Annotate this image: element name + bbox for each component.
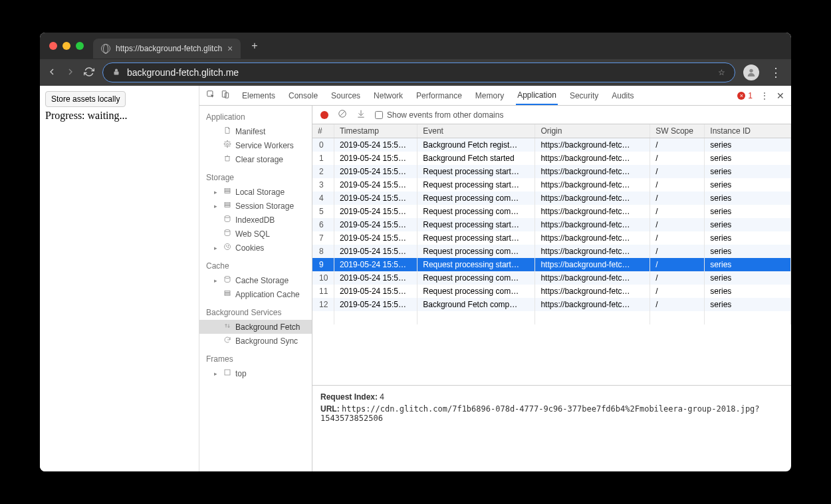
cell: / (650, 191, 705, 205)
close-tab-icon[interactable]: × (227, 43, 233, 54)
sidebar-item-top[interactable]: ▸top (199, 366, 312, 380)
cell: Request processing start… (417, 178, 535, 191)
table-row[interactable]: 52019-05-24 15:5…Request processing com…… (312, 205, 791, 218)
sidebar-item-local-storage[interactable]: ▸Local Storage (199, 185, 312, 199)
devtools-tab-elements[interactable]: Elements (241, 86, 277, 105)
devtools-tab-application[interactable]: Application (516, 86, 558, 105)
nav-icon (223, 368, 231, 378)
progress-text: Progress: waiting... (45, 110, 193, 122)
cell: series (705, 178, 791, 191)
devtools-tab-sources[interactable]: Sources (330, 86, 362, 105)
devtools-tab-console[interactable]: Console (287, 86, 319, 105)
address-bar[interactable]: background-fetch.glitch.me ☆ (102, 63, 735, 82)
table-row[interactable]: 102019-05-24 15:5…Request processing com… (312, 271, 791, 285)
cell: / (650, 258, 705, 271)
table-row[interactable]: 112019-05-24 15:5…Request processing com… (312, 285, 791, 298)
devtools-menu-icon[interactable]: ⋮ (761, 91, 769, 100)
sidebar-item-cookies[interactable]: ▸Cookies (199, 241, 312, 255)
cell: / (650, 178, 705, 191)
col-sw-scope[interactable]: SW Scope (650, 124, 705, 138)
back-button[interactable] (47, 66, 57, 79)
bookmark-star-icon[interactable]: ☆ (718, 68, 725, 77)
save-events-icon[interactable] (356, 109, 366, 120)
cell: 2019-05-24 15:5… (334, 231, 417, 245)
error-badge[interactable]: × 1 (737, 91, 753, 100)
table-row[interactable]: 62019-05-24 15:5…Request processing star… (312, 218, 791, 231)
minimize-window-button[interactable] (62, 42, 70, 50)
events-toolbar: Show events from other domains (312, 106, 791, 124)
table-row[interactable]: 12019-05-24 15:5…Background Fetch starte… (312, 152, 791, 165)
col-origin[interactable]: Origin (535, 124, 650, 138)
cell: series (705, 271, 791, 285)
store-assets-button[interactable]: Store assets locally (45, 91, 126, 107)
devtools-tab-security[interactable]: Security (568, 86, 600, 105)
section-cache: Cache (199, 255, 312, 273)
devtools-tab-performance[interactable]: Performance (415, 86, 463, 105)
cell: 2019-05-24 15:5… (334, 285, 417, 298)
events-table-wrap[interactable]: #TimestampEventOriginSW ScopeInstance ID… (312, 124, 791, 385)
devtools-tab-network[interactable]: Network (372, 86, 404, 105)
clear-events-icon[interactable] (338, 109, 347, 120)
cell: 2019-05-24 15:5… (334, 165, 417, 178)
nav-icon (223, 322, 231, 332)
close-window-button[interactable] (49, 42, 57, 50)
col-timestamp[interactable]: Timestamp (334, 124, 417, 138)
show-other-domains-checkbox[interactable]: Show events from other domains (375, 110, 503, 120)
cell: / (650, 231, 705, 245)
cell: Request processing start… (417, 231, 535, 245)
sidebar-item-web-sql[interactable]: Web SQL (199, 227, 312, 241)
inspect-element-icon[interactable] (206, 90, 215, 101)
profile-avatar[interactable] (743, 64, 759, 80)
nav-icon (223, 275, 231, 285)
sidebar-item-session-storage[interactable]: ▸Session Storage (199, 199, 312, 213)
sidebar-item-service-workers[interactable]: Service Workers (199, 138, 312, 152)
cell: 0 (312, 138, 334, 152)
devtools-tab-memory[interactable]: Memory (474, 86, 505, 105)
cell: / (650, 245, 705, 258)
cell: 5 (312, 205, 334, 218)
cell: 2019-05-24 15:5… (334, 205, 417, 218)
svg-point-15 (226, 246, 227, 247)
device-toolbar-icon[interactable] (221, 90, 230, 101)
sidebar-item-indexeddb[interactable]: IndexedDB (199, 213, 312, 227)
table-row[interactable]: 122019-05-24 15:5…Background Fetch comp…… (312, 298, 791, 311)
col--[interactable]: # (312, 124, 334, 138)
sidebar-item-clear-storage[interactable]: Clear storage (199, 152, 312, 166)
sidebar-item-application-cache[interactable]: Application Cache (199, 287, 312, 301)
forward-button[interactable] (65, 66, 76, 79)
table-row[interactable]: 72019-05-24 15:5…Request processing star… (312, 231, 791, 245)
cell: 8 (312, 245, 334, 258)
cell: 1 (312, 152, 334, 165)
table-row[interactable]: 02019-05-24 15:5…Background Fetch regist… (312, 138, 791, 152)
svg-point-12 (225, 216, 230, 218)
sidebar-item-cache-storage[interactable]: ▸Cache Storage (199, 273, 312, 287)
svg-rect-19 (225, 291, 230, 293)
table-row[interactable]: 32019-05-24 15:5…Request processing star… (312, 178, 791, 191)
error-count: 1 (748, 91, 753, 100)
cell: series (705, 245, 791, 258)
browser-menu-button[interactable]: ⋮ (767, 65, 784, 80)
cell: https://background-fetc… (535, 231, 650, 245)
devtools-tab-audits[interactable]: Audits (610, 86, 635, 105)
table-row[interactable]: 22019-05-24 15:5…Request processing star… (312, 165, 791, 178)
sidebar-item-manifest[interactable]: Manifest (199, 124, 312, 138)
col-instance-id[interactable]: Instance ID (705, 124, 791, 138)
svg-point-1 (749, 69, 753, 72)
nav-label: Background Fetch (235, 322, 300, 332)
cell: https://background-fetc… (535, 271, 650, 285)
sidebar-item-background-sync[interactable]: Background Sync (199, 334, 312, 348)
events-table: #TimestampEventOriginSW ScopeInstance ID… (312, 124, 791, 324)
sidebar-item-background-fetch[interactable]: Background Fetch (199, 320, 312, 334)
record-button[interactable] (320, 111, 328, 119)
cell: https://background-fetc… (535, 218, 650, 231)
svg-point-5 (227, 144, 229, 146)
browser-tab[interactable]: https://background-fetch.glitch × (93, 39, 241, 59)
table-row[interactable]: 42019-05-24 15:5…Request processing com…… (312, 191, 791, 205)
col-event[interactable]: Event (417, 124, 535, 138)
reload-button[interactable] (84, 66, 94, 79)
table-row[interactable]: 82019-05-24 15:5…Request processing com…… (312, 245, 791, 258)
new-tab-button[interactable]: + (246, 40, 263, 52)
devtools-close-icon[interactable]: ✕ (776, 90, 784, 101)
maximize-window-button[interactable] (76, 42, 84, 50)
table-row[interactable]: 92019-05-24 15:5…Request processing star… (312, 258, 791, 271)
